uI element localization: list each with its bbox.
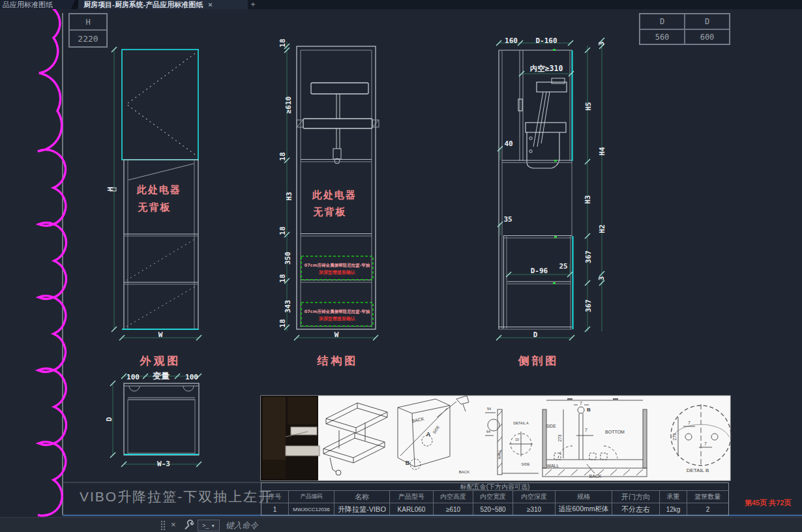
col-header: 规格	[556, 490, 612, 503]
tab-close-icon[interactable]: ×	[208, 1, 212, 8]
dim-label-w: W	[334, 331, 339, 339]
command-prompt-icon: >_	[202, 522, 209, 529]
strip-wall-label: WALL	[547, 464, 559, 468]
strip-dim10-label: 10	[515, 437, 519, 441]
dim-label-100: 100	[185, 373, 198, 381]
view-title-side: 侧剖图	[518, 353, 559, 368]
dim-label: 18	[278, 38, 287, 47]
command-prompt-button[interactable]: >_ ▼	[198, 520, 220, 531]
dim-label: 367	[584, 250, 593, 263]
dim-label-160: 160	[505, 37, 518, 45]
cell-inner-width: 520~580	[473, 503, 513, 515]
appliance-note-line2: 无背板	[138, 201, 171, 214]
dim-label-variable: 变量	[153, 370, 170, 382]
strip-dim7-label: 7	[704, 441, 707, 446]
dim-label-d96: D-96	[531, 267, 548, 275]
command-bar-grip[interactable]	[160, 520, 166, 531]
strip-dim7-label: 7	[585, 428, 587, 432]
inner-clearance-note: 内空≥310	[530, 64, 563, 74]
strip-dim7-label: 7	[580, 401, 582, 406]
dim-label-d160: D-160	[535, 37, 557, 45]
dim-label: H3	[584, 195, 592, 203]
drawer-option-warning: 加深型需提前确认	[319, 316, 355, 322]
drawer-option-note: 07cm压铸金属侧帮阻尼拉篮-窄抽	[304, 309, 370, 315]
param-value: 2220	[69, 30, 107, 47]
sheet-title: VIBO升降拉篮-下双抽上左开	[80, 488, 273, 506]
dim-label-d: D	[533, 331, 538, 339]
cell-product-code: MWJ0CC12036	[289, 503, 334, 515]
cell-load: 12kg	[660, 503, 687, 515]
strip-side-label: SIDE	[522, 462, 530, 466]
photo-strip-art	[261, 396, 731, 480]
col-header: 产品型号	[390, 490, 434, 503]
page-indicator: 第45页 共72页	[745, 498, 792, 508]
col-header: 名称	[334, 490, 390, 503]
command-input[interactable]: 键入命令	[226, 520, 258, 531]
dim-label: H5	[584, 102, 593, 110]
param-value: 600	[685, 29, 730, 44]
view-title-front: 外观图	[140, 353, 181, 368]
param-header: D	[685, 14, 730, 29]
product-spec-table: 标配五金(下方内容可选) 序号 产品编码 名称 产品型号 内空高度 内空宽度 内…	[261, 482, 729, 516]
depth-param-table: D D 560 600	[639, 13, 730, 45]
cell-product-name: 升降拉篮-VIBO	[334, 503, 390, 515]
drawer-option-note: 07cm压铸金属侧帮阻尼拉篮-窄抽	[304, 263, 370, 269]
cad-application: 品应用标准图纸 厨房项目-厨房系统-产品应用标准图纸 × + H 2220 D …	[0, 0, 802, 532]
tab-label: 厨房项目-厨房系统-产品应用标准图纸	[83, 0, 203, 10]
spec-table-data-row: 1 MWJ0CC12036 升降拉篮-VIBO KARL060 ≥610 520…	[261, 503, 728, 515]
strip-dim54-label: 54	[487, 407, 491, 411]
strip-point-a-label: A	[426, 431, 431, 437]
dim-label: 18	[278, 319, 287, 327]
dim-label-40: 40	[504, 140, 512, 148]
param-header: D	[640, 14, 685, 29]
col-header: 承重	[660, 490, 687, 503]
strip-wall-label: WALL	[498, 450, 501, 460]
dim-label: 18	[278, 274, 287, 282]
cell-model: KARL060	[390, 503, 434, 515]
tab-label: 品应用标准图纸	[3, 0, 53, 9]
col-header: 篮筐数量	[687, 490, 728, 503]
dim-label-w: W	[158, 331, 163, 339]
wrench-icon[interactable]	[183, 520, 194, 531]
drawing-tab-bar: 品应用标准图纸 厨房项目-厨房系统-产品应用标准图纸 × +	[0, 0, 802, 9]
dim-label-d: D	[105, 417, 113, 422]
chevron-down-icon: ▼	[211, 524, 215, 528]
dim-label: 18	[278, 226, 287, 235]
dim-label-w3: W-3	[157, 460, 170, 468]
col-header: 内空深度	[513, 490, 556, 503]
dim-label-35: 35	[503, 215, 512, 224]
strip-detail-b-label: DETAIL B	[687, 467, 709, 473]
dim-label: 350	[284, 252, 292, 265]
strip-back-label: BACK	[459, 470, 469, 474]
strip-point-b-label: B	[587, 407, 591, 413]
drawer-option-warning: 加深型需提前确认	[319, 269, 355, 276]
revision-cloud-mark	[38, 4, 66, 516]
dim-label: ≥610	[284, 96, 293, 114]
dim-label-100: 100	[126, 373, 140, 381]
view-title-structure: 结构图	[318, 353, 359, 368]
height-param-table: H 2220	[68, 13, 108, 48]
strip-point-b-label: B	[406, 460, 410, 466]
spec-table-title: 标配五金(下方内容可选)	[261, 483, 728, 490]
strip-dim64-label: 64	[486, 430, 490, 434]
dim-label: H3	[285, 192, 293, 200]
command-bar: × >_ ▼ 键入命令	[0, 517, 802, 532]
param-header: H	[69, 14, 107, 30]
cell-inner-depth: ≥310	[513, 503, 556, 515]
plan-view-linework	[110, 374, 201, 467]
col-header: 开门方向	[612, 490, 660, 503]
drawing-canvas	[0, 0, 802, 532]
tab-active-drawing[interactable]: 厨房项目-厨房系统-产品应用标准图纸 ×	[78, 0, 248, 9]
strip-detail-a-label: DETAIL A	[513, 421, 529, 425]
cell-inner-height: ≥610	[434, 503, 473, 515]
tab-background-drawing[interactable]: 品应用标准图纸	[0, 0, 76, 9]
command-close-icon[interactable]: ×	[171, 520, 176, 529]
new-tab-button[interactable]: +	[248, 0, 258, 9]
dim-label-h: H	[106, 187, 115, 192]
appliance-note-line1: 此处电器	[312, 189, 357, 201]
strip-side-label: SIDE	[546, 424, 556, 428]
strip-back-label: BACK	[589, 474, 601, 479]
col-header: 产品编码	[289, 490, 334, 503]
col-header: 内空高度	[434, 490, 473, 503]
dim-label: H4	[598, 147, 606, 155]
